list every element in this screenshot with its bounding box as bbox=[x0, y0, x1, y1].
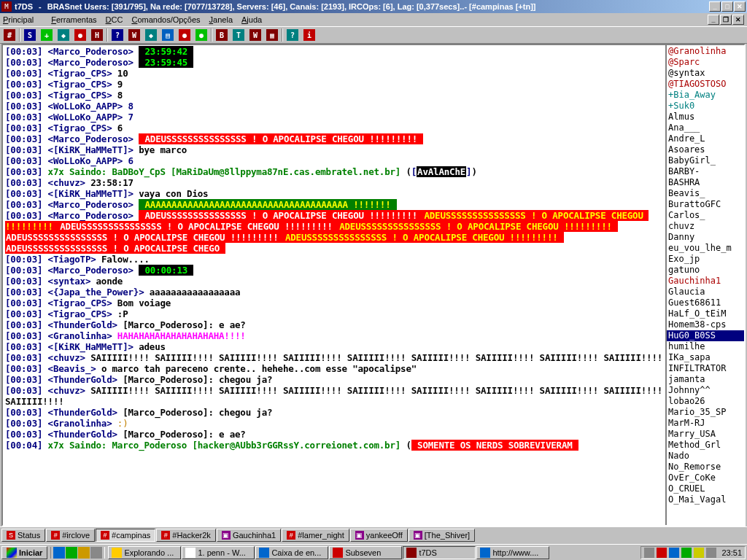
toolbar-teal-t[interactable]: T bbox=[231, 28, 247, 42]
user-list-item[interactable]: Glaucia bbox=[667, 287, 744, 298]
user-list-item[interactable]: BurattoGFC bbox=[667, 199, 744, 210]
taskbar-task[interactable]: http://www.... bbox=[476, 546, 549, 559]
user-list-item[interactable]: O_CRUEL bbox=[667, 483, 744, 494]
toolbar-red-x[interactable]: ● bbox=[72, 28, 88, 42]
user-list-item[interactable]: @syntax bbox=[667, 68, 744, 79]
switch-campinas[interactable]: ##campinas bbox=[96, 529, 155, 542]
tray-icon[interactable] bbox=[681, 548, 692, 558]
user-list-item[interactable]: Johnny^^ bbox=[667, 385, 744, 396]
switch-Gauchinha1[interactable]: ▣Gauchinha1 bbox=[217, 529, 281, 542]
taskbar-task[interactable]: Caixa de en... bbox=[255, 546, 328, 559]
tray-icon[interactable] bbox=[644, 548, 654, 558]
mdi-restore[interactable]: ❐ bbox=[720, 15, 732, 25]
user-list-item[interactable]: +Bia_Away bbox=[667, 90, 744, 101]
user-list-item[interactable]: Carlos_ bbox=[667, 210, 744, 221]
user-list-item[interactable]: lobao26 bbox=[667, 396, 744, 407]
toolbar-blue-q[interactable]: ? bbox=[109, 28, 125, 42]
user-list-item[interactable]: eu_vou_lhe_m bbox=[667, 243, 744, 254]
menu-dcc[interactable]: DCC bbox=[106, 15, 123, 24]
user-list-item[interactable]: Marry_USA bbox=[667, 429, 744, 440]
menu-janela[interactable]: Janela bbox=[209, 15, 233, 24]
mdi-close[interactable]: ✕ bbox=[732, 15, 744, 25]
user-list-item[interactable]: No_Remorse bbox=[667, 462, 744, 472]
toolbar-maroon-h[interactable]: H bbox=[89, 28, 105, 42]
user-list-item[interactable]: Gauchinha1 bbox=[667, 276, 744, 287]
toolbar-maroon-grid[interactable]: ▦ bbox=[264, 28, 280, 42]
switch-yankeeOff[interactable]: ▣yankeeOff bbox=[350, 529, 408, 542]
toolbar-blue-page[interactable]: ▤ bbox=[160, 28, 176, 42]
user-list-item[interactable]: Danny bbox=[667, 232, 744, 243]
menu-principal[interactable]: Principal bbox=[3, 15, 42, 24]
ql-ie-icon[interactable] bbox=[53, 547, 65, 559]
user-list-item[interactable]: gatuno bbox=[667, 265, 744, 276]
user-list-item[interactable]: Homem38-cps bbox=[667, 319, 744, 330]
toolbar-blue-s[interactable]: S bbox=[22, 28, 38, 42]
taskbar-task[interactable]: Subseven bbox=[329, 546, 402, 559]
user-list-item[interactable]: chuvz bbox=[667, 221, 744, 232]
toolbar-teal-d[interactable]: ◆ bbox=[143, 28, 159, 42]
user-list-item[interactable]: @Granolinha bbox=[667, 46, 744, 57]
user-list-item[interactable]: Andre_L bbox=[667, 133, 744, 144]
user-list-item[interactable]: HuG0_B0SS bbox=[667, 330, 744, 341]
toolbar-red-w[interactable]: W bbox=[247, 28, 263, 42]
clock[interactable]: 23:51 bbox=[721, 548, 742, 557]
user-list-item[interactable]: @Sparc bbox=[667, 57, 744, 68]
user-list-item[interactable]: Beavis_ bbox=[667, 188, 744, 199]
user-list-item[interactable]: BabyGirl_ bbox=[667, 155, 744, 166]
switch-irclove[interactable]: ##irclove bbox=[46, 529, 95, 542]
user-list-item[interactable]: Nado bbox=[667, 451, 744, 462]
user-list-item[interactable]: BARBY- bbox=[667, 166, 744, 177]
toolbar-lime-plus[interactable]: + bbox=[39, 28, 55, 42]
user-list-item[interactable]: HaLf_O_tEiM bbox=[667, 308, 744, 319]
switch-Hacker2k[interactable]: ##Hacker2k bbox=[156, 529, 216, 542]
toolbar-red-dot[interactable]: ● bbox=[177, 28, 193, 42]
ql-oe-icon[interactable] bbox=[66, 547, 77, 559]
taskbar-task[interactable]: Explorando ... bbox=[108, 546, 181, 559]
toolbar-lime-dot[interactable]: ● bbox=[193, 28, 209, 42]
toolbar-hash[interactable]: # bbox=[1, 28, 18, 42]
taskbar-task[interactable]: t7DS bbox=[403, 546, 476, 559]
user-list-item[interactable]: Guest68611 bbox=[667, 298, 744, 308]
user-list-item[interactable]: Almus bbox=[667, 112, 744, 122]
user-list-item[interactable]: INFILTRATOR bbox=[667, 363, 744, 374]
user-list-item[interactable]: Mario_35_SP bbox=[667, 407, 744, 418]
maximize-button[interactable]: □ bbox=[721, 1, 733, 12]
user-list[interactable]: @Granolinha@Sparc@syntax@TIAGOSTOSO+Bia_… bbox=[665, 45, 744, 525]
user-list-item[interactable]: Method_Grl bbox=[667, 440, 744, 451]
user-list-item[interactable]: BASHRA bbox=[667, 177, 744, 188]
toolbar-teal-a[interactable]: ◆ bbox=[55, 28, 71, 42]
user-list-item[interactable]: +Suk0 bbox=[667, 101, 744, 112]
toolbar-red-i[interactable]: i bbox=[301, 28, 317, 42]
toolbar-maroon-w[interactable]: W bbox=[126, 28, 142, 42]
menu-ferramentas[interactable]: Ferramentas bbox=[51, 15, 96, 24]
chat-area[interactable]: [00:03] <Marco_Poderoso> 23:59:42 [00:03… bbox=[3, 45, 665, 525]
menu-ajuda[interactable]: Ajuda bbox=[241, 15, 262, 24]
menu-comandos[interactable]: Comandos/Opções bbox=[131, 15, 200, 24]
toolbar-teal-q[interactable]: ? bbox=[285, 28, 301, 42]
ql-desktop-icon[interactable] bbox=[78, 547, 90, 559]
user-list-item[interactable]: MarM-RJ bbox=[667, 418, 744, 429]
start-button[interactable]: Iniciar bbox=[1, 546, 47, 559]
minimize-button[interactable]: _ bbox=[709, 1, 721, 12]
user-list-item[interactable]: Exo_jp bbox=[667, 254, 744, 265]
mdi-minimize[interactable]: _ bbox=[708, 15, 719, 25]
tray-icon[interactable] bbox=[657, 548, 667, 558]
user-list-item[interactable]: jamanta bbox=[667, 374, 744, 385]
switch-lamernight[interactable]: ##lamer_night bbox=[282, 529, 349, 542]
tray-volume-icon[interactable] bbox=[694, 548, 704, 558]
toolbar-red-b[interactable]: B bbox=[214, 28, 230, 42]
switch-Status[interactable]: SStatus bbox=[1, 529, 45, 542]
user-list-item[interactable]: O_Mai_Vagal bbox=[667, 494, 744, 505]
ql-channels-icon[interactable] bbox=[90, 547, 102, 559]
user-list-item[interactable]: OvEr_CoKe bbox=[667, 472, 744, 483]
tray-icon[interactable] bbox=[669, 548, 679, 558]
user-list-item[interactable]: IKa_sapa bbox=[667, 352, 744, 363]
user-list-item[interactable]: Ana___ bbox=[667, 122, 744, 133]
user-list-item[interactable]: @TIAGOSTOSO bbox=[667, 79, 744, 90]
close-button[interactable]: ✕ bbox=[734, 1, 746, 12]
switch-TheShiver[interactable]: ▣[The_Shiver] bbox=[409, 529, 475, 542]
user-list-item[interactable]: Asoares bbox=[667, 144, 744, 155]
tray-icon[interactable] bbox=[706, 548, 716, 558]
taskbar-task[interactable]: 1. penn - W... bbox=[182, 546, 255, 559]
user-list-item[interactable]: humilhe bbox=[667, 341, 744, 352]
